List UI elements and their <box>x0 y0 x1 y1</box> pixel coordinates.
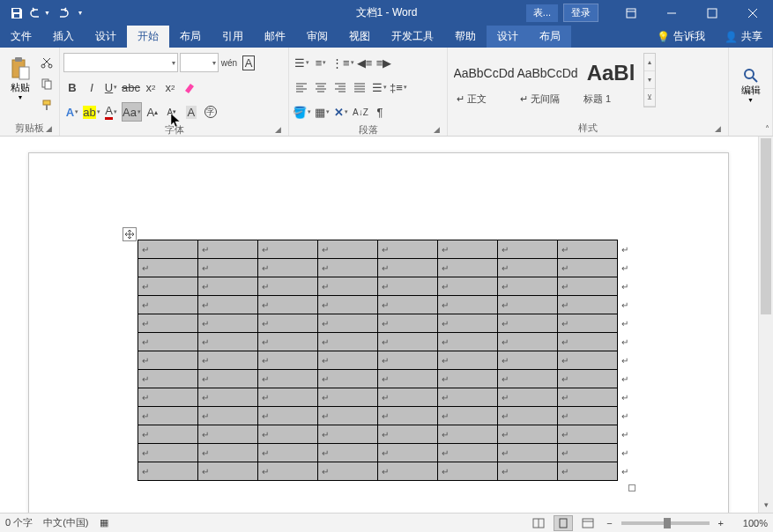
table-cell[interactable]: ↵ <box>438 462 498 481</box>
style-item-normal[interactable]: AaBbCcDd ↵ 正文 <box>453 53 515 107</box>
line-spacing-button[interactable]: ‡≡▾ <box>390 78 407 97</box>
paste-button[interactable]: 粘贴 ▼ <box>4 49 37 107</box>
style-item-heading1[interactable]: AaBl 标题 1 <box>580 53 642 107</box>
table-cell[interactable]: ↵ <box>258 444 318 462</box>
table-cell[interactable]: ↵ <box>378 277 438 296</box>
table-cell[interactable]: ↵ <box>558 407 618 425</box>
tab-help[interactable]: 帮助 <box>444 26 487 48</box>
table-cell[interactable]: ↵ <box>498 333 558 351</box>
bold-button[interactable]: B <box>63 78 81 97</box>
table-row[interactable]: ↵↵↵↵↵↵↵↵↵ <box>138 351 633 370</box>
italic-button[interactable]: I <box>83 78 100 97</box>
document-area[interactable]: ↵↵↵↵↵↵↵↵↵↵↵↵↵↵↵↵↵↵↵↵↵↵↵↵↵↵↵↵↵↵↵↵↵↵↵↵↵↵↵↵… <box>0 137 773 513</box>
table-cell[interactable]: ↵ <box>498 240 558 259</box>
table-cell[interactable]: ↵ <box>558 370 618 388</box>
table-cell[interactable]: ↵ <box>258 370 318 388</box>
style-gallery-scroll[interactable]: ▴ ▾ ⊻ <box>643 53 656 107</box>
table-cell[interactable]: ↵ <box>318 240 378 259</box>
table-row[interactable]: ↵↵↵↵↵↵↵↵↵ <box>138 425 633 444</box>
table-cell[interactable]: ↵ <box>198 240 258 259</box>
undo-button[interactable]: ▼ <box>28 2 51 25</box>
table-cell[interactable]: ↵ <box>558 462 618 481</box>
borders-button[interactable]: ▦▾ <box>313 102 331 122</box>
grow-font-button[interactable]: A▴ <box>144 102 161 122</box>
character-shading-button[interactable]: A <box>182 102 200 122</box>
font-family-combo[interactable]: ▾ <box>63 53 178 72</box>
table-cell[interactable]: ↵ <box>138 314 198 333</box>
table-cell[interactable]: ↵ <box>558 425 618 444</box>
table-cell[interactable]: ↵ <box>558 444 618 462</box>
style-scroll-down[interactable]: ▾ <box>644 71 655 89</box>
table-cell[interactable]: ↵ <box>378 351 438 370</box>
table-cell[interactable]: ↵ <box>438 259 498 277</box>
table-cell[interactable]: ↵ <box>138 425 198 444</box>
table-cell[interactable]: ↵ <box>258 351 318 370</box>
table-cell[interactable]: ↵ <box>318 462 378 481</box>
login-button[interactable]: 登录 <box>563 4 598 22</box>
table-cell[interactable]: ↵ <box>318 296 378 314</box>
shrink-font-button[interactable]: A▾ <box>163 102 181 122</box>
table-row[interactable]: ↵↵↵↵↵↵↵↵↵ <box>138 444 633 462</box>
table-cell[interactable]: ↵ <box>378 388 438 407</box>
tab-file[interactable]: 文件 <box>0 26 42 48</box>
editing-menu-button[interactable]: 编辑 ▼ <box>741 68 761 103</box>
table-cell[interactable]: ↵ <box>258 407 318 425</box>
share-button[interactable]: 👤 共享 <box>714 29 773 44</box>
style-gallery-expand[interactable]: ⊻ <box>644 89 655 107</box>
clipboard-dialog-launcher[interactable]: ◢ <box>43 124 54 135</box>
table-cell[interactable]: ↵ <box>258 314 318 333</box>
bullets-button[interactable]: ☰▾ <box>293 53 310 72</box>
table-cell[interactable]: ↵ <box>378 370 438 388</box>
superscript-button[interactable]: x2 <box>161 78 179 97</box>
table-cell[interactable]: ↵ <box>198 259 258 277</box>
table-cell[interactable]: ↵ <box>318 370 378 388</box>
table-cell[interactable]: ↵ <box>258 296 318 314</box>
underline-button[interactable]: U▾ <box>102 78 120 97</box>
table-cell[interactable]: ↵ <box>138 351 198 370</box>
table-cell[interactable]: ↵ <box>438 296 498 314</box>
table-cell[interactable]: ↵ <box>138 259 198 277</box>
table-cell[interactable]: ↵ <box>198 388 258 407</box>
table-cell[interactable]: ↵ <box>258 388 318 407</box>
table-cell[interactable]: ↵ <box>138 388 198 407</box>
table-cell[interactable]: ↵ <box>498 296 558 314</box>
table-cell[interactable]: ↵ <box>198 314 258 333</box>
table-cell[interactable]: ↵ <box>318 444 378 462</box>
table-cell[interactable]: ↵ <box>258 425 318 444</box>
table-cell[interactable]: ↵ <box>438 444 498 462</box>
style-gallery[interactable]: AaBbCcDd ↵ 正文 AaBbCcDd ↵ 无间隔 AaBl 标题 1 ▴… <box>451 49 658 111</box>
table-cell[interactable]: ↵ <box>558 333 618 351</box>
table-cell[interactable]: ↵ <box>198 277 258 296</box>
table-cell[interactable]: ↵ <box>318 277 378 296</box>
view-web-layout-button[interactable] <box>578 515 598 531</box>
subscript-button[interactable]: x2 <box>142 78 160 97</box>
table-row[interactable]: ↵↵↵↵↵↵↵↵↵ <box>138 240 633 259</box>
strikethrough-button[interactable]: abc <box>122 78 140 97</box>
clear-formatting-button[interactable] <box>181 78 198 97</box>
format-painter-button[interactable] <box>37 95 56 115</box>
word-count[interactable]: 0 个字 <box>5 516 33 529</box>
tell-me-search[interactable]: 💡 告诉我 <box>648 29 714 44</box>
table-cell[interactable]: ↵ <box>378 314 438 333</box>
table-cell[interactable]: ↵ <box>378 259 438 277</box>
table-cell[interactable]: ↵ <box>138 296 198 314</box>
enclose-characters-button[interactable]: 字 <box>202 102 219 122</box>
table-row[interactable]: ↵↵↵↵↵↵↵↵↵ <box>138 314 633 333</box>
text-effects-button[interactable]: A▾ <box>63 102 81 122</box>
table-cell[interactable]: ↵ <box>138 370 198 388</box>
zoom-out-button[interactable]: − <box>603 518 615 528</box>
tab-design[interactable]: 设计 <box>85 26 127 48</box>
tab-review[interactable]: 审阅 <box>296 26 338 48</box>
table-row[interactable]: ↵↵↵↵↵↵↵↵↵ <box>138 296 633 314</box>
font-size-combo[interactable]: ▾ <box>180 53 219 72</box>
scroll-down-button[interactable]: ▾ <box>759 498 773 513</box>
table-cell[interactable]: ↵ <box>558 240 618 259</box>
table-cell[interactable]: ↵ <box>318 259 378 277</box>
close-button[interactable] <box>732 0 773 26</box>
table-cell[interactable]: ↵ <box>498 351 558 370</box>
table-resize-handle[interactable] <box>628 484 635 491</box>
table-cell[interactable]: ↵ <box>498 259 558 277</box>
table-cell[interactable]: ↵ <box>138 462 198 481</box>
table-cell[interactable]: ↵ <box>318 407 378 425</box>
increase-indent-button[interactable]: ≡▶ <box>375 53 393 72</box>
